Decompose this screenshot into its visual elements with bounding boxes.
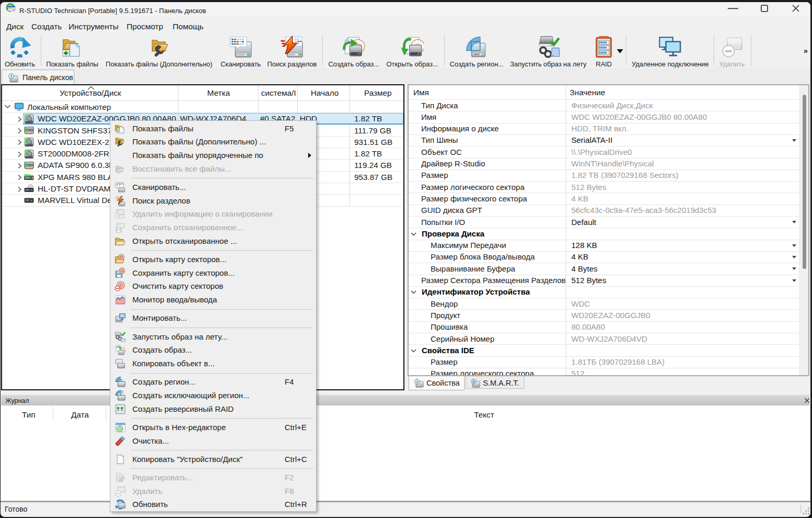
svg-text:i: i xyxy=(416,379,418,384)
svg-text:S: S xyxy=(472,380,475,384)
